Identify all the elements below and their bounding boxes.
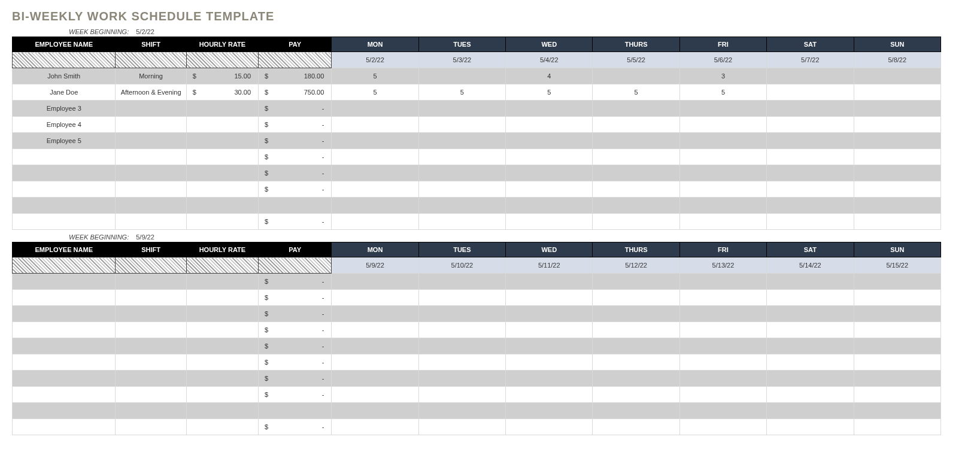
- shift-cell[interactable]: [116, 419, 186, 435]
- hours-cell[interactable]: [679, 149, 766, 165]
- hours-cell[interactable]: [418, 68, 505, 84]
- hours-cell[interactable]: [418, 198, 505, 214]
- hours-cell[interactable]: [332, 133, 418, 149]
- hours-cell[interactable]: [593, 133, 679, 149]
- hourly-rate-cell[interactable]: [186, 117, 258, 133]
- hours-cell[interactable]: 5: [332, 84, 418, 101]
- hours-cell[interactable]: [506, 403, 593, 419]
- hours-cell[interactable]: [854, 387, 941, 403]
- hours-cell[interactable]: [679, 354, 766, 371]
- hours-cell[interactable]: [854, 84, 941, 101]
- hours-cell[interactable]: [418, 387, 505, 403]
- hourly-rate-cell[interactable]: [186, 387, 258, 403]
- hours-cell[interactable]: [506, 181, 593, 198]
- hours-cell[interactable]: 5: [332, 68, 418, 84]
- hours-cell[interactable]: [418, 290, 505, 306]
- hourly-rate-cell[interactable]: [186, 133, 258, 149]
- employee-name-cell[interactable]: [13, 165, 116, 181]
- hours-cell[interactable]: [332, 322, 418, 338]
- hours-cell[interactable]: [679, 165, 766, 181]
- hours-cell[interactable]: [679, 306, 766, 322]
- hours-cell[interactable]: [767, 322, 854, 338]
- hourly-rate-cell[interactable]: [186, 338, 258, 354]
- hours-cell[interactable]: [593, 165, 679, 181]
- hours-cell[interactable]: [332, 181, 418, 198]
- hours-cell[interactable]: [332, 290, 418, 306]
- hourly-rate-cell[interactable]: [186, 214, 258, 230]
- hours-cell[interactable]: [854, 165, 941, 181]
- hours-cell[interactable]: [854, 133, 941, 149]
- hours-cell[interactable]: [418, 403, 505, 419]
- hours-cell[interactable]: [854, 403, 941, 419]
- hours-cell[interactable]: [767, 387, 854, 403]
- hours-cell[interactable]: [854, 68, 941, 84]
- hours-cell[interactable]: [506, 214, 593, 230]
- hours-cell[interactable]: [418, 274, 505, 290]
- shift-cell[interactable]: [116, 149, 186, 165]
- shift-cell[interactable]: [116, 290, 186, 306]
- hourly-rate-cell[interactable]: [186, 306, 258, 322]
- shift-cell[interactable]: [116, 133, 186, 149]
- shift-cell[interactable]: [116, 306, 186, 322]
- hours-cell[interactable]: [593, 403, 679, 419]
- hours-cell[interactable]: [332, 101, 418, 117]
- hourly-rate-cell[interactable]: [186, 290, 258, 306]
- hours-cell[interactable]: [767, 338, 854, 354]
- shift-cell[interactable]: [116, 117, 186, 133]
- hours-cell[interactable]: [767, 214, 854, 230]
- hours-cell[interactable]: [593, 371, 679, 387]
- employee-name-cell[interactable]: John Smith: [13, 68, 116, 84]
- hours-cell[interactable]: [332, 387, 418, 403]
- hours-cell[interactable]: [418, 371, 505, 387]
- hours-cell[interactable]: [593, 68, 679, 84]
- employee-name-cell[interactable]: [13, 371, 116, 387]
- hours-cell[interactable]: [854, 214, 941, 230]
- employee-name-cell[interactable]: [13, 403, 116, 419]
- hours-cell[interactable]: [332, 117, 418, 133]
- hours-cell[interactable]: [332, 371, 418, 387]
- hours-cell[interactable]: [854, 101, 941, 117]
- hours-cell[interactable]: [767, 274, 854, 290]
- hours-cell[interactable]: [767, 306, 854, 322]
- hours-cell[interactable]: 5: [418, 84, 505, 101]
- hours-cell[interactable]: 5: [506, 84, 593, 101]
- hourly-rate-cell[interactable]: [186, 322, 258, 338]
- hours-cell[interactable]: [418, 133, 505, 149]
- hours-cell[interactable]: [332, 419, 418, 435]
- hours-cell[interactable]: [418, 419, 505, 435]
- shift-cell[interactable]: [116, 165, 186, 181]
- hours-cell[interactable]: [679, 403, 766, 419]
- hours-cell[interactable]: [506, 165, 593, 181]
- shift-cell[interactable]: [116, 322, 186, 338]
- hours-cell[interactable]: [767, 419, 854, 435]
- hours-cell[interactable]: [506, 387, 593, 403]
- employee-name-cell[interactable]: Employee 3: [13, 101, 116, 117]
- hours-cell[interactable]: [332, 198, 418, 214]
- hours-cell[interactable]: [593, 419, 679, 435]
- shift-cell[interactable]: Morning: [116, 68, 186, 84]
- hours-cell[interactable]: [854, 371, 941, 387]
- hours-cell[interactable]: [767, 403, 854, 419]
- hours-cell[interactable]: [418, 214, 505, 230]
- hours-cell[interactable]: [679, 290, 766, 306]
- hours-cell[interactable]: [506, 338, 593, 354]
- employee-name-cell[interactable]: [13, 419, 116, 435]
- hours-cell[interactable]: [418, 101, 505, 117]
- hours-cell[interactable]: [506, 274, 593, 290]
- employee-name-cell[interactable]: Jane Doe: [13, 84, 116, 101]
- hourly-rate-cell[interactable]: [186, 149, 258, 165]
- hours-cell[interactable]: [593, 198, 679, 214]
- hours-cell[interactable]: [506, 354, 593, 371]
- hours-cell[interactable]: [679, 371, 766, 387]
- employee-name-cell[interactable]: Employee 5: [13, 133, 116, 149]
- hours-cell[interactable]: [679, 322, 766, 338]
- employee-name-cell[interactable]: [13, 149, 116, 165]
- hours-cell[interactable]: 5: [679, 84, 766, 101]
- hours-cell[interactable]: [767, 181, 854, 198]
- employee-name-cell[interactable]: [13, 322, 116, 338]
- hours-cell[interactable]: [593, 387, 679, 403]
- hours-cell[interactable]: [767, 354, 854, 371]
- hours-cell[interactable]: [679, 198, 766, 214]
- employee-name-cell[interactable]: [13, 274, 116, 290]
- hours-cell[interactable]: [506, 101, 593, 117]
